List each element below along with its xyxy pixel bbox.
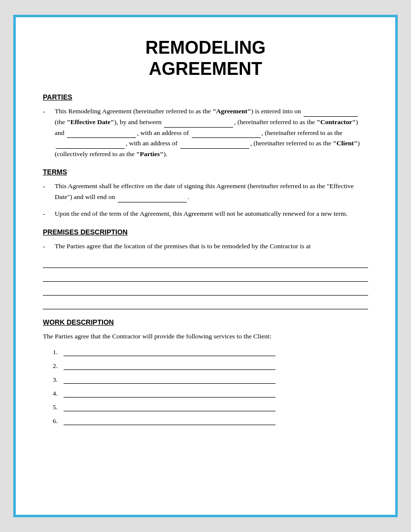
terms-heading: TERMS [43, 168, 368, 176]
item-line-4 [64, 389, 275, 398]
item-line-1 [64, 347, 275, 356]
work-item-4: 4. [53, 389, 368, 398]
work-item-1: 1. [53, 347, 368, 356]
parties-text: This Remodeling Agreement (hereinafter r… [55, 106, 368, 159]
item-num-6: 6. [53, 417, 64, 425]
item-num-2: 2. [53, 362, 64, 370]
address-of-blank [192, 130, 261, 138]
item-num-3: 3. [53, 376, 64, 384]
item-line-6 [64, 416, 275, 425]
contractor-name-blank [164, 120, 233, 128]
parties-heading: PARTIES [43, 93, 368, 101]
client-address-blank [180, 141, 249, 149]
client-bold: "Client" [333, 139, 357, 147]
contractor-address-blank [67, 130, 136, 138]
effective-date-bold: "Effective Date" [67, 118, 114, 126]
bullet-dash: - [43, 106, 55, 117]
bullet-dash-2: - [43, 181, 55, 192]
terms-text2: Upon the end of the term of the Agreemen… [55, 208, 368, 219]
premises-section: PREMISES DESCRIPTION - The Parties agree… [43, 228, 368, 309]
bullet-dash-3: - [43, 208, 55, 220]
document-page: REMODELING AGREEMENT PARTIES - This Remo… [13, 15, 398, 517]
work-item-3: 3. [53, 375, 368, 384]
parties-section: PARTIES - This Remodeling Agreement (her… [43, 93, 368, 159]
premises-line4 [43, 299, 368, 309]
work-item-5: 5. [53, 402, 368, 411]
item-num-1: 1. [53, 348, 64, 356]
parties-bold: "Parties" [136, 150, 163, 158]
client-name-blank [56, 141, 125, 149]
agreement-bold: "Agreement" [212, 107, 251, 115]
work-item-2: 2. [53, 361, 368, 370]
terms-section: TERMS - This Agreement shall be effectiv… [43, 168, 368, 219]
title-line2: AGREEMENT [43, 58, 368, 79]
premises-lines [43, 258, 368, 309]
terms-text1: This Agreement shall be effective on the… [55, 181, 368, 202]
work-heading: WORK DESCRIPTION [43, 318, 368, 326]
title-line1: REMODELING [43, 37, 368, 58]
premises-line1 [43, 258, 368, 268]
item-line-5 [64, 402, 275, 411]
bullet-dash-4: - [43, 241, 55, 252]
work-section: WORK DESCRIPTION The Parties agree that … [43, 318, 368, 426]
effective-date-blank [304, 109, 358, 117]
item-num-5: 5. [53, 403, 64, 411]
work-intro: The Parties agree that the Contractor wi… [43, 331, 368, 342]
item-line-2 [64, 361, 275, 370]
premises-line2 [43, 272, 368, 282]
premises-text: The Parties agree that the location of t… [55, 241, 368, 252]
item-num-4: 4. [53, 390, 64, 398]
contractor-bold: "Contractor" [317, 118, 356, 126]
terms-bullet1: - This Agreement shall be effective on t… [43, 181, 368, 202]
terms-bullet2: - Upon the end of the term of the Agreem… [43, 208, 368, 220]
premises-line3 [43, 286, 368, 296]
document-title: REMODELING AGREEMENT [43, 37, 368, 79]
premises-bullet: - The Parties agree that the location of… [43, 241, 368, 252]
work-list: 1. 2. 3. 4. 5. 6. [53, 347, 368, 425]
parties-bullet: - This Remodeling Agreement (hereinafter… [43, 106, 368, 159]
premises-heading: PREMISES DESCRIPTION [43, 228, 368, 236]
item-line-3 [64, 375, 275, 384]
work-item-6: 6. [53, 416, 368, 425]
end-date-blank [118, 195, 187, 202]
